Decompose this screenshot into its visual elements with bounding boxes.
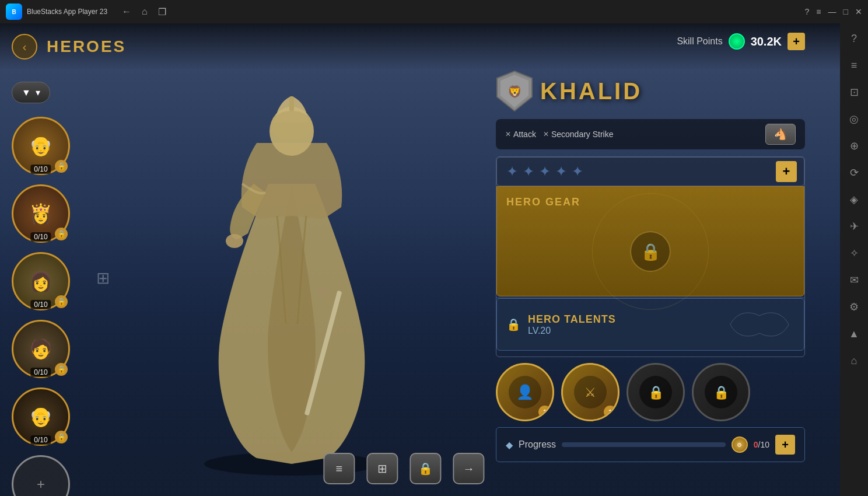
star-1: ✦ (506, 163, 518, 180)
target-icon: ⊞ (377, 462, 387, 476)
sidebar-settings-icon[interactable]: ⚙ (845, 298, 863, 316)
attack-icon: ✕ (505, 130, 511, 138)
question-btn[interactable]: ? (805, 7, 810, 16)
svg-text:👤: 👤 (516, 383, 534, 400)
talents-lock-icon: 🔒 (506, 317, 521, 331)
skill-gem-icon (729, 33, 745, 50)
hero-list-item[interactable]: 👴 🔒 0/10 (12, 117, 70, 175)
filter-icon: ▼ (22, 88, 31, 98)
talent-1-icon: 👤 (508, 375, 542, 410)
svg-text:⚔: ⚔ (584, 385, 596, 400)
talent-2-level: 1 (604, 406, 617, 418)
sidebar-question-icon[interactable]: ? (845, 29, 863, 48)
talent-skill-2[interactable]: ⚔ 1 (561, 363, 620, 421)
talent-2-icon: ⚔ (573, 375, 608, 410)
hero-gear-section: HERO GEAR 🔒 (496, 186, 804, 296)
hero-lock-3: 🔒 (55, 295, 68, 308)
progress-total: /10 (758, 440, 769, 449)
hero-list-item[interactable]: 🧑 🔒 0/10 (12, 320, 70, 378)
svg-point-5 (226, 234, 243, 248)
talent-skills-row: 👤 1 ⚔ 1 🔒 🔒 (496, 363, 805, 421)
sidebar-diamond-icon[interactable]: ◈ (845, 190, 863, 209)
toolbar-list-button[interactable]: ≡ (323, 453, 355, 484)
svg-rect-4 (289, 96, 294, 111)
progress-label: Progress (519, 439, 556, 450)
stars-row: ✦ ✦ ✦ ✦ ✦ + (496, 157, 804, 186)
sidebar-refresh-icon[interactable]: ⟳ (845, 163, 863, 182)
attack-label: Attack (513, 130, 536, 139)
shield-svg: 🦁 (496, 70, 533, 112)
hero-list-item[interactable]: 👩 🔒 0/10 (12, 252, 70, 310)
gear-slots: 🔒 (506, 216, 794, 287)
secondary-strike-label: Secondary Strike (551, 130, 614, 139)
svg-text:🔒: 🔒 (713, 385, 730, 400)
page-title: HEROES (47, 37, 126, 56)
gear-talents-wrapper: ✦ ✦ ✦ ✦ ✦ + HERO GEAR 🔒 🔒 (496, 156, 805, 357)
toolbar-lock-button[interactable]: 🔒 (410, 453, 441, 484)
sidebar-screen-icon[interactable]: ⊡ (845, 83, 863, 102)
app-title: BlueStacks App Player 23 (27, 8, 107, 16)
hero-list-item[interactable]: 👴 🔒 0/10 (12, 387, 70, 446)
toolbar-target-button[interactable]: ⊞ (366, 453, 398, 484)
skill-points-value: 30.2K (751, 35, 782, 48)
nav-back-btn[interactable]: ← (119, 5, 134, 19)
skill-attack: ✕ Attack (505, 130, 536, 139)
talent-skill-4[interactable]: 🔒 (692, 363, 750, 421)
horse-button[interactable]: 🐴 (765, 124, 796, 145)
arrow-icon: → (463, 462, 474, 476)
sidebar-up-icon[interactable]: ▲ (845, 324, 863, 343)
grid-icon: ⊞ (96, 268, 110, 288)
talent-skill-1[interactable]: 👤 1 (496, 363, 554, 421)
filter-dropdown-icon: ▾ (36, 87, 40, 98)
hero-shield: 🦁 (496, 70, 533, 112)
progress-bar-section: ◆ Progress ⚙ 0/10 + (496, 427, 805, 462)
hero-lock-4: 🔒 (55, 363, 68, 376)
add-star-button[interactable]: + (776, 161, 797, 182)
toolbar-arrow-button[interactable]: → (453, 453, 484, 484)
hero-level-1: 0/10 (30, 165, 51, 174)
gear-circle-decoration (592, 193, 709, 310)
close-btn[interactable]: ✕ (855, 7, 862, 16)
add-hero-button[interactable]: + (12, 455, 70, 496)
progress-add-button[interactable]: + (775, 435, 795, 455)
talents-decoration (724, 307, 794, 342)
back-button[interactable]: ‹ (12, 34, 37, 60)
skill-points-bar: Skill Points 30.2K + (677, 33, 805, 50)
sidebar-camera-icon[interactable]: ◎ (845, 110, 863, 128)
talents-level: LV.20 (528, 326, 616, 336)
skill-tags-bar: ✕ Attack ✕ Secondary Strike 🐴 (496, 119, 805, 149)
filter-button[interactable]: ▼ ▾ (12, 82, 50, 103)
star-2: ✦ (523, 163, 534, 180)
progress-bar-background (562, 442, 726, 447)
progress-coin-icon: ⚙ (732, 436, 748, 453)
hero-name-section: 🦁 KHALID (496, 70, 805, 112)
hero-name: KHALID (540, 78, 642, 104)
sidebar-menu-icon[interactable]: ≡ (845, 56, 863, 75)
list-icon: ≡ (336, 462, 343, 476)
skill-points-add-button[interactable]: + (788, 33, 805, 50)
svg-text:🦁: 🦁 (508, 85, 522, 99)
maximize-btn[interactable]: □ (844, 7, 848, 16)
talent-skill-3[interactable]: 🔒 (626, 363, 685, 421)
secondary-strike-icon: ✕ (543, 130, 549, 138)
hero-level-5: 0/10 (30, 435, 51, 445)
progress-current: 0 (754, 440, 758, 449)
sidebar-home-icon[interactable]: ⌂ (845, 351, 863, 370)
lock-icon: 🔒 (418, 462, 433, 476)
minimize-btn[interactable]: — (828, 7, 836, 16)
right-panel: 🦁 KHALID ✕ Attack ✕ Secondary Strike 🐴 ✦… (496, 70, 805, 462)
menu-btn[interactable]: ≡ (816, 7, 821, 16)
sidebar-mail-icon[interactable]: ✉ (845, 271, 863, 289)
bluestacks-logo: B (6, 4, 22, 20)
hero-list-item[interactable]: 👸 🔒 0/10 (12, 184, 70, 243)
nav-home-btn[interactable]: ⌂ (139, 5, 150, 19)
sidebar-star-icon[interactable]: ✧ (845, 244, 863, 263)
hero-lock-5: 🔒 (55, 431, 68, 443)
hero-khalid-figure (152, 67, 432, 476)
nav-copy-btn[interactable]: ❐ (155, 5, 169, 19)
skill-points-label: Skill Points (677, 36, 722, 47)
hero-lock-1: 🔒 (55, 160, 68, 173)
sidebar-plane-icon[interactable]: ✈ (845, 217, 863, 236)
sidebar-add-icon[interactable]: ⊕ (845, 137, 863, 155)
game-header: ‹ HEROES Skill Points 30.2K + (0, 23, 840, 70)
